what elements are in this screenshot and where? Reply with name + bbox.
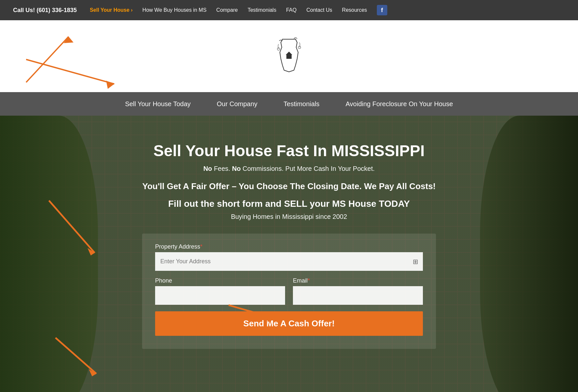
- nav-resources[interactable]: Resources: [342, 7, 367, 13]
- nav-contact[interactable]: Contact Us: [306, 7, 332, 13]
- hero-section: Sell Your House Fast In MISSISSIPPI No F…: [0, 116, 578, 392]
- secondary-nav-sell[interactable]: Sell Your House Today: [125, 100, 191, 108]
- tree-right-decoration: [480, 116, 578, 392]
- phone-label: Phone: [155, 277, 285, 284]
- address-field-wrapper: ⊞: [155, 252, 423, 271]
- nav-testimonials[interactable]: Testimonials: [248, 7, 276, 13]
- secondary-navigation: Sell Your House Today Our Company Testim…: [0, 92, 578, 116]
- facebook-icon[interactable]: f: [377, 5, 387, 15]
- hero-content: Sell Your House Fast In MISSISSIPPI No F…: [93, 116, 485, 349]
- site-logo[interactable]: [269, 36, 309, 76]
- address-input[interactable]: [155, 252, 423, 271]
- hero-headline: Sell Your House Fast In MISSISSIPPI: [93, 142, 485, 160]
- svg-line-2: [26, 59, 114, 84]
- nav-sell-house[interactable]: Sell Your House ›: [90, 7, 133, 13]
- svg-marker-1: [64, 37, 73, 43]
- lead-form: Property Address* ⊞ Phone Email* Send Me: [142, 234, 436, 349]
- nav-how-we-buy[interactable]: How We Buy Houses in MS: [142, 7, 206, 13]
- phone-input[interactable]: [155, 286, 285, 305]
- address-icon: ⊞: [413, 258, 418, 266]
- secondary-nav-foreclosure[interactable]: Avoiding Foreclosure On Your House: [345, 100, 453, 108]
- tree-left-decoration: [0, 116, 98, 392]
- email-input[interactable]: [293, 286, 423, 305]
- phone-number[interactable]: Call Us! (601) 336-1835: [13, 7, 77, 14]
- phone-col: Phone: [155, 277, 285, 305]
- secondary-nav-testimonials[interactable]: Testimonials: [283, 100, 319, 108]
- svg-rect-4: [286, 55, 292, 59]
- logo-area: [0, 20, 578, 92]
- svg-line-0: [26, 37, 69, 82]
- address-label: Property Address*: [155, 243, 423, 250]
- svg-marker-3: [106, 81, 114, 89]
- hero-tagline: You'll Get A Fair Offer – You Choose The…: [93, 180, 485, 192]
- nav-compare[interactable]: Compare: [216, 7, 238, 13]
- email-label: Email*: [293, 277, 423, 284]
- email-col: Email*: [293, 277, 423, 305]
- nav-links: Sell Your House › How We Buy Houses in M…: [90, 5, 565, 15]
- phone-email-row: Phone Email*: [155, 277, 423, 305]
- secondary-nav-company[interactable]: Our Company: [217, 100, 258, 108]
- nav-faq[interactable]: FAQ: [286, 7, 297, 13]
- hero-cta-text: Fill out the short form and SELL your MS…: [93, 199, 485, 209]
- hero-subtitle: No Fees. No Commissions. Put More Cash I…: [93, 165, 485, 172]
- submit-button[interactable]: Send Me A Cash Offer!: [155, 311, 423, 336]
- top-navigation: Call Us! (601) 336-1835 Sell Your House …: [0, 0, 578, 20]
- hero-since: Buying Homes in Mississippi since 2002: [93, 213, 485, 220]
